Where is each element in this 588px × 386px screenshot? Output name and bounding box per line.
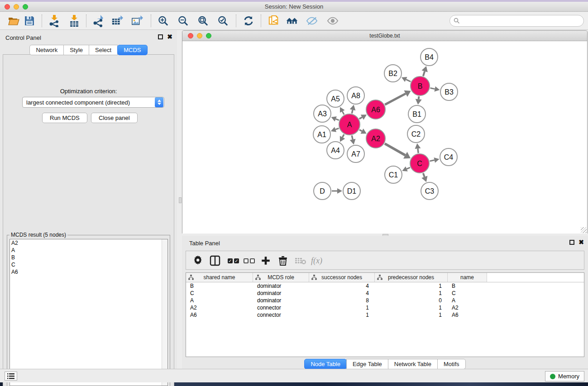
edge-B-B4[interactable] [423, 71, 425, 76]
tab-network[interactable]: Network [29, 45, 64, 55]
table-float-panel-icon[interactable] [569, 240, 574, 245]
cell-shared-name[interactable]: A [186, 297, 253, 304]
cell-shared-name[interactable]: A2 [186, 304, 253, 311]
export-network-icon[interactable] [93, 15, 105, 27]
edge-A-A8[interactable] [352, 110, 353, 114]
edge-A-A2[interactable] [359, 130, 362, 131]
search-field[interactable] [449, 15, 584, 27]
cell-mcds-role[interactable]: dominator [253, 297, 309, 304]
network-close-button[interactable] [188, 33, 193, 38]
export-image-icon[interactable] [131, 15, 143, 27]
delete-table-icon[interactable] [295, 255, 306, 267]
tab-motifs[interactable]: Motifs [437, 359, 466, 369]
edge-A-A4[interactable] [343, 134, 344, 137]
delete-icon[interactable] [278, 255, 287, 267]
edge-A6-B[interactable] [385, 94, 406, 105]
vertical-splitter-handle[interactable] [179, 197, 182, 203]
float-panel-icon[interactable] [158, 34, 163, 39]
task-history-button[interactable] [5, 372, 17, 381]
cell-name[interactable]: C [448, 290, 487, 297]
open-session-icon[interactable] [8, 15, 19, 27]
zoom-fit-icon[interactable] [197, 15, 209, 27]
cell-mcds-role[interactable]: dominator [253, 290, 309, 297]
edge-B-B2[interactable] [406, 80, 411, 82]
clone-network-icon[interactable] [268, 15, 280, 27]
column-header-mcds-role[interactable]: MCDS role [253, 273, 309, 282]
cell-successor-nodes[interactable]: 1 [309, 304, 375, 311]
cell-predecessor-nodes[interactable]: 1 [375, 282, 448, 290]
edge-A-A5[interactable] [342, 111, 344, 114]
show-details-icon[interactable] [327, 15, 339, 27]
table-row[interactable]: A6connector11A6 [186, 311, 584, 319]
table-row[interactable]: Bdominator41B [186, 282, 584, 290]
cell-predecessor-nodes[interactable]: 1 [375, 304, 448, 311]
edge-B-B1[interactable] [419, 96, 419, 99]
tab-node-table[interactable]: Node Table [304, 359, 347, 369]
cell-successor-nodes[interactable]: 1 [309, 311, 375, 319]
add-icon[interactable] [261, 255, 271, 267]
tab-style[interactable]: Style [63, 45, 89, 55]
cell-predecessor-nodes[interactable]: 1 [375, 311, 448, 319]
edge-C-C1[interactable] [406, 167, 410, 169]
cell-name[interactable]: A [448, 297, 487, 304]
import-network-icon[interactable] [48, 15, 60, 27]
show-column-icon[interactable] [210, 255, 220, 267]
result-scrollbar[interactable] [162, 239, 167, 386]
table-row[interactable]: Adominator80A [186, 297, 584, 304]
edge-A-A1[interactable] [335, 128, 339, 129]
memory-button[interactable]: Memory [545, 371, 584, 381]
edge-B-B3[interactable] [430, 88, 435, 89]
mcds-result-list[interactable]: A2ABCA6 [10, 239, 168, 386]
close-window-button[interactable] [5, 4, 10, 10]
resize-grip[interactable] [581, 227, 587, 233]
hide-details-icon[interactable] [306, 15, 318, 27]
cell-predecessor-nodes[interactable]: 0 [375, 297, 448, 304]
home-icon[interactable] [286, 15, 298, 27]
cell-successor-nodes[interactable]: 8 [309, 297, 375, 304]
edge-A-A6[interactable] [359, 117, 362, 119]
cell-mcds-role[interactable]: dominator [253, 282, 309, 290]
mcds-result-item[interactable]: A [10, 247, 167, 254]
edge-A2-C[interactable] [385, 143, 405, 155]
mcds-result-item[interactable]: A6 [10, 268, 167, 276]
tab-edge-table[interactable]: Edge Table [346, 359, 388, 369]
cell-shared-name[interactable]: A6 [186, 311, 253, 319]
cell-shared-name[interactable]: C [186, 290, 253, 297]
tab-mcds[interactable]: MCDS [117, 45, 147, 55]
edge-C-C3[interactable] [423, 173, 425, 177]
table-close-panel-icon[interactable]: ✖ [578, 240, 584, 245]
export-table-icon[interactable] [111, 15, 123, 27]
unselect-all-icon[interactable] [244, 255, 255, 267]
zoom-selected-icon[interactable] [217, 15, 229, 27]
network-graph[interactable]: B4B2BB3A5A8A6A3AB1A1C2A2A4A7CC4C1C3DD1 [182, 42, 587, 234]
cell-name[interactable]: A6 [448, 311, 487, 319]
cell-mcds-role[interactable]: connector [253, 311, 309, 319]
cell-mcds-role[interactable]: connector [253, 304, 309, 311]
select-all-icon[interactable]: ✓✓ [228, 255, 239, 267]
column-header-name[interactable]: name [448, 273, 487, 282]
save-session-icon[interactable] [24, 15, 35, 27]
edge-C-C2[interactable] [418, 148, 418, 153]
network-minimize-button[interactable] [197, 33, 202, 38]
edge-C-C4[interactable] [430, 160, 434, 161]
zoom-in-icon[interactable] [158, 15, 169, 27]
mcds-result-item[interactable]: C [10, 261, 167, 268]
import-table-icon[interactable] [68, 15, 80, 27]
network-canvas[interactable]: B4B2BB3A5A8A6A3AB1A1C2A2A4A7CC4C1C3DD1 [182, 42, 587, 234]
tab-network-table[interactable]: Network Table [388, 359, 438, 369]
minimize-window-button[interactable] [14, 4, 19, 10]
table-row[interactable]: Cdominator41C [186, 290, 584, 297]
refresh-icon[interactable] [243, 15, 254, 27]
network-zoom-button[interactable] [206, 33, 211, 38]
edge-A-A7[interactable] [352, 135, 353, 139]
cell-successor-nodes[interactable]: 4 [309, 290, 375, 297]
mcds-result-item[interactable]: A2 [10, 239, 167, 247]
run-mcds-button[interactable]: Run MCDS [42, 113, 87, 123]
column-header-predecessor-nodes[interactable]: predecessor nodes [375, 273, 448, 282]
tab-select[interactable]: Select [89, 45, 118, 55]
search-input[interactable] [460, 16, 583, 25]
column-header-successor-nodes[interactable]: successor nodes [309, 273, 375, 282]
edge-A-A3[interactable] [336, 119, 339, 120]
mcds-result-item[interactable]: B [10, 254, 167, 261]
table-body[interactable]: Bdominator41BCdominator41CAdominator80AA… [186, 282, 584, 319]
